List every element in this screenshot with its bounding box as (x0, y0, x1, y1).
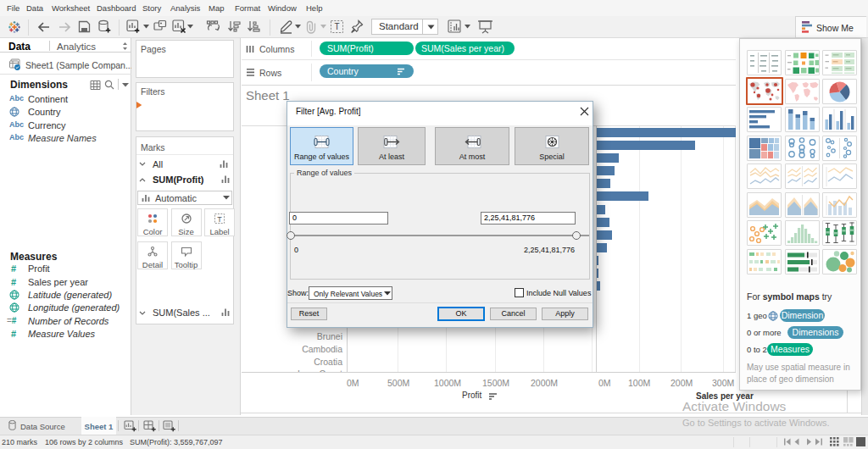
svg-text:T: T (217, 215, 222, 224)
svg-text:T: T (334, 22, 339, 31)
